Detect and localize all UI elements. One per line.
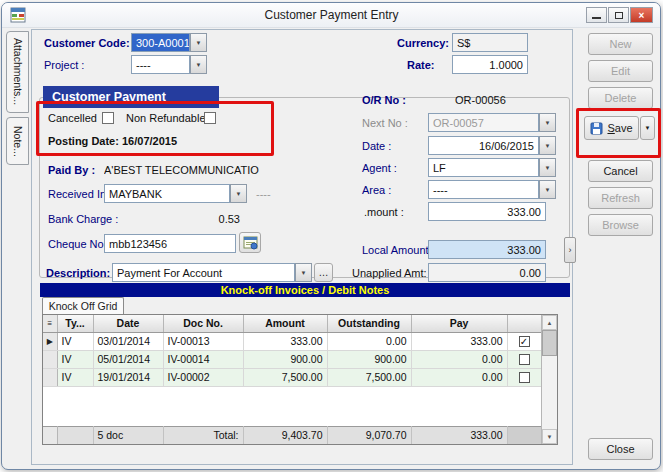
pay-checkbox[interactable]: ✓ (519, 336, 530, 347)
footer-blank (57, 426, 93, 444)
customer-code-label: Customer Code: (44, 37, 130, 49)
tab-note[interactable]: Note... (6, 117, 29, 165)
received-in-field[interactable]: MAYBANK (104, 184, 230, 203)
cell-amount[interactable]: 333.00 (243, 332, 327, 350)
browse-button[interactable]: Browse (588, 214, 653, 236)
row-indicator: ▶ (43, 332, 57, 350)
amount-field[interactable]: 333.00 (428, 202, 546, 221)
or-no-value: OR-00056 (455, 94, 506, 106)
tab-attachments[interactable]: Attachments... (6, 31, 29, 113)
table-row[interactable]: IV 19/01/2014 IV-00002 7,500.00 7,500.00… (43, 368, 541, 386)
cell-doc-no[interactable]: IV-00014 (163, 350, 243, 368)
cell-pay[interactable]: 333.00 (411, 332, 507, 350)
cell-pay-checkbox[interactable]: ✓ (507, 332, 541, 350)
table-row[interactable]: ▶ IV 03/01/2014 IV-00013 333.00 0.00 333… (43, 332, 541, 350)
customer-code-field[interactable]: 300-A0001 (131, 33, 190, 52)
description-more-button[interactable]: … (314, 263, 333, 282)
area-dropdown[interactable]: ▼ (539, 180, 556, 199)
footer-pay-total: 333.00 (411, 426, 507, 444)
pay-checkbox[interactable] (519, 372, 530, 383)
cancel-button[interactable]: Cancel (588, 160, 653, 182)
area-label: Area : (362, 184, 391, 196)
cheque-lookup-icon (243, 236, 258, 250)
cell-amount[interactable]: 900.00 (243, 350, 327, 368)
cell-doc-no[interactable]: IV-00013 (163, 332, 243, 350)
cell-outstanding[interactable]: 0.00 (327, 332, 411, 350)
project-dropdown[interactable]: ▼ (190, 55, 207, 74)
received-in-dropdown[interactable]: ▼ (230, 184, 247, 203)
col-header-date[interactable]: Date (93, 315, 163, 332)
footer-indicator (43, 426, 57, 444)
cell-type[interactable]: IV (57, 332, 93, 350)
minimize-button[interactable] (586, 7, 607, 23)
knockoff-table: ≡ Ty... Date Doc No. Amount Outstanding … (43, 315, 542, 387)
refresh-button[interactable]: Refresh (588, 187, 653, 209)
description-field[interactable]: Payment For Account (112, 263, 295, 282)
project-label: Project : (44, 59, 84, 71)
col-header-outstanding[interactable]: Outstanding (327, 315, 411, 332)
col-header-doc-no[interactable]: Doc No. (163, 315, 243, 332)
restore-button[interactable] (608, 7, 629, 23)
cell-type[interactable]: IV (57, 368, 93, 386)
rate-field[interactable]: 1.0000 (452, 55, 528, 74)
cell-pay[interactable]: 0.00 (411, 368, 507, 386)
customer-code-dropdown[interactable]: ▼ (190, 33, 207, 52)
expander-button[interactable]: › (564, 237, 576, 263)
cheque-lookup-button[interactable] (239, 232, 261, 253)
next-no-field[interactable]: OR-00057 (428, 113, 539, 132)
local-amount-label: Local Amount : (362, 244, 435, 256)
cell-pay-checkbox[interactable] (507, 368, 541, 386)
edit-button[interactable]: Edit (588, 60, 653, 82)
ellipsis-icon: … (319, 267, 329, 278)
cell-doc-no[interactable]: IV-00002 (163, 368, 243, 386)
local-amount-field[interactable]: 333.00 (428, 240, 546, 259)
date-dropdown[interactable]: ▼ (539, 136, 556, 155)
cell-outstanding[interactable]: 7,500.00 (327, 368, 411, 386)
cell-type[interactable]: IV (57, 350, 93, 368)
close-icon: × (639, 10, 645, 21)
date-field[interactable]: 16/06/2015 (428, 136, 539, 155)
footer-total-label: Total: (163, 426, 243, 444)
table-row[interactable]: IV 05/01/2014 IV-00014 900.00 900.00 0.0… (43, 350, 541, 368)
scroll-up-button[interactable]: ▲ (542, 315, 557, 330)
scrollbar-thumb[interactable] (542, 330, 557, 356)
cell-date[interactable]: 05/01/2014 (93, 350, 163, 368)
chevron-down-icon: ▼ (545, 165, 551, 171)
bank-charge-label: Bank Charge : (48, 213, 118, 225)
cell-date[interactable]: 19/01/2014 (93, 368, 163, 386)
cell-date[interactable]: 03/01/2014 (93, 332, 163, 350)
cell-pay[interactable]: 0.00 (411, 350, 507, 368)
area-field[interactable]: ---- (428, 180, 539, 199)
close-window-button[interactable]: × (630, 7, 653, 23)
chevron-right-icon: › (569, 245, 572, 255)
chevron-down-icon: ▼ (236, 191, 242, 197)
agent-dropdown[interactable]: ▼ (539, 158, 556, 177)
bank-charge-value[interactable]: 0.53 (160, 213, 240, 225)
date-label: Date : (362, 140, 391, 152)
next-no-dropdown[interactable]: ▼ (539, 113, 556, 132)
project-field[interactable]: ---- (131, 55, 190, 74)
col-header-type[interactable]: Ty... (57, 315, 93, 332)
close-button[interactable]: Close (588, 438, 653, 460)
new-button[interactable]: New (588, 33, 653, 55)
table-header-row: ≡ Ty... Date Doc No. Amount Outstanding … (43, 315, 541, 332)
cell-pay-checkbox[interactable] (507, 350, 541, 368)
chevron-down-icon: ▼ (196, 40, 202, 46)
cell-outstanding[interactable]: 900.00 (327, 350, 411, 368)
scroll-down-button[interactable]: ▼ (542, 429, 557, 444)
paid-by-label: Paid By : (48, 164, 95, 176)
cell-amount[interactable]: 7,500.00 (243, 368, 327, 386)
pay-checkbox[interactable] (519, 354, 530, 365)
currency-field[interactable]: S$ (452, 33, 528, 52)
tab-knock-off-grid[interactable]: Knock Off Grid (42, 297, 124, 314)
delete-button[interactable]: Delete (588, 87, 653, 109)
grid-scrollbar[interactable]: ▲ ▼ (541, 315, 557, 444)
description-dropdown[interactable]: ▼ (295, 263, 312, 282)
col-header-pay[interactable]: Pay (411, 315, 507, 332)
agent-field[interactable]: LF (428, 158, 539, 177)
currency-label: Currency: (397, 37, 449, 49)
row-indicator (43, 368, 57, 386)
cheque-no-field[interactable]: mbb123456 (104, 234, 236, 253)
col-header-amount[interactable]: Amount (243, 315, 327, 332)
unapplied-amt-label: Unapplied Amt: (352, 267, 427, 279)
